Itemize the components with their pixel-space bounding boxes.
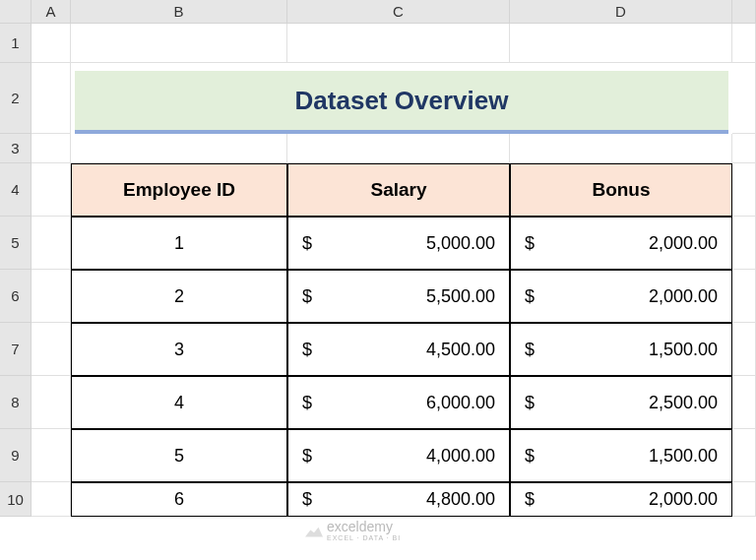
- salary-value: 5,500.00: [426, 286, 495, 307]
- salary-value: 6,000.00: [426, 393, 495, 413]
- cell-employee-id-2[interactable]: 2: [71, 270, 287, 323]
- cell-a1[interactable]: [32, 24, 71, 63]
- row-header-7[interactable]: 7: [0, 323, 32, 376]
- salary-value: 5,000.00: [426, 233, 495, 254]
- currency-symbol: $: [302, 233, 312, 254]
- cell-employee-id-6[interactable]: 6: [71, 482, 287, 517]
- col-header-a[interactable]: A: [32, 0, 71, 24]
- cell-e8[interactable]: [732, 376, 756, 429]
- watermark-subtext: EXCEL · DATA · BI: [327, 534, 401, 541]
- cell-salary-5[interactable]: $4,000.00: [287, 429, 510, 482]
- cell-a4[interactable]: [32, 163, 71, 217]
- watermark-text: exceldemy: [327, 519, 401, 534]
- cell-a5[interactable]: [32, 217, 71, 270]
- cell-e5[interactable]: [732, 217, 756, 270]
- cell-salary-4[interactable]: $6,000.00: [287, 376, 510, 429]
- cell-salary-6[interactable]: $4,800.00: [287, 482, 510, 517]
- title-cell[interactable]: Dataset Overview: [75, 71, 728, 134]
- bonus-value: 1,500.00: [649, 446, 718, 467]
- cell-b3[interactable]: [71, 134, 287, 163]
- row-header-4[interactable]: 4: [0, 163, 32, 217]
- currency-symbol: $: [525, 286, 535, 307]
- row-header-2[interactable]: 2: [0, 63, 32, 134]
- row-header-5[interactable]: 5: [0, 217, 32, 270]
- currency-symbol: $: [525, 489, 535, 510]
- cell-a6[interactable]: [32, 270, 71, 323]
- currency-symbol: $: [525, 393, 535, 413]
- currency-symbol: $: [525, 446, 535, 467]
- cell-bonus-1[interactable]: $2,000.00: [510, 217, 732, 270]
- watermark: exceldemy EXCEL · DATA · BI: [305, 519, 401, 541]
- cell-salary-2[interactable]: $5,500.00: [287, 270, 510, 323]
- cell-a10[interactable]: [32, 482, 71, 517]
- cell-e6[interactable]: [732, 270, 756, 323]
- cell-e1[interactable]: [732, 24, 756, 63]
- cell-employee-id-5[interactable]: 5: [71, 429, 287, 482]
- table-header-employee-id[interactable]: Employee ID: [71, 163, 287, 217]
- row-header-6[interactable]: 6: [0, 270, 32, 323]
- row-header-1[interactable]: 1: [0, 24, 32, 63]
- watermark-logo-icon: [305, 524, 323, 537]
- currency-symbol: $: [302, 489, 312, 510]
- currency-symbol: $: [302, 393, 312, 413]
- col-header-e[interactable]: [732, 0, 756, 24]
- cell-a3[interactable]: [32, 134, 71, 163]
- spreadsheet-grid: A B C D 1 2 Dataset Overview 3 4 Employe…: [0, 0, 756, 517]
- cell-salary-3[interactable]: $4,500.00: [287, 323, 510, 376]
- currency-symbol: $: [525, 233, 535, 254]
- cell-e3[interactable]: [732, 134, 756, 163]
- cell-e9[interactable]: [732, 429, 756, 482]
- cell-e7[interactable]: [732, 323, 756, 376]
- cell-bonus-6[interactable]: $2,000.00: [510, 482, 732, 517]
- currency-symbol: $: [302, 286, 312, 307]
- row-header-9[interactable]: 9: [0, 429, 32, 482]
- cell-salary-1[interactable]: $5,000.00: [287, 217, 510, 270]
- bonus-value: 2,500.00: [649, 393, 718, 413]
- cell-b1[interactable]: [71, 24, 287, 63]
- cell-e10[interactable]: [732, 482, 756, 517]
- salary-value: 4,000.00: [426, 446, 495, 467]
- row-header-10[interactable]: 10: [0, 482, 32, 517]
- cell-a9[interactable]: [32, 429, 71, 482]
- cell-bonus-4[interactable]: $2,500.00: [510, 376, 732, 429]
- cell-c3[interactable]: [287, 134, 510, 163]
- salary-value: 4,500.00: [426, 340, 495, 360]
- row-header-8[interactable]: 8: [0, 376, 32, 429]
- bonus-value: 2,000.00: [649, 489, 718, 510]
- currency-symbol: $: [525, 340, 535, 360]
- col-header-b[interactable]: B: [71, 0, 287, 24]
- cell-c1[interactable]: [287, 24, 510, 63]
- salary-value: 4,800.00: [426, 489, 495, 510]
- cell-employee-id-1[interactable]: 1: [71, 217, 287, 270]
- cell-a2[interactable]: [32, 63, 71, 134]
- cell-employee-id-3[interactable]: 3: [71, 323, 287, 376]
- cell-a8[interactable]: [32, 376, 71, 429]
- row-header-3[interactable]: 3: [0, 134, 32, 163]
- col-header-c[interactable]: C: [287, 0, 510, 24]
- cell-bonus-5[interactable]: $1,500.00: [510, 429, 732, 482]
- bonus-value: 1,500.00: [649, 340, 718, 360]
- cell-employee-id-4[interactable]: 4: [71, 376, 287, 429]
- currency-symbol: $: [302, 340, 312, 360]
- col-header-d[interactable]: D: [510, 0, 732, 24]
- cell-bonus-3[interactable]: $1,500.00: [510, 323, 732, 376]
- table-header-salary[interactable]: Salary: [287, 163, 510, 217]
- select-all-corner[interactable]: [0, 0, 32, 24]
- currency-symbol: $: [302, 446, 312, 467]
- table-header-bonus[interactable]: Bonus: [510, 163, 732, 217]
- cell-e2[interactable]: [732, 63, 756, 134]
- cell-d1[interactable]: [510, 24, 732, 63]
- cell-a7[interactable]: [32, 323, 71, 376]
- cell-e4[interactable]: [732, 163, 756, 217]
- bonus-value: 2,000.00: [649, 233, 718, 254]
- bonus-value: 2,000.00: [649, 286, 718, 307]
- cell-bonus-2[interactable]: $2,000.00: [510, 270, 732, 323]
- cell-d3[interactable]: [510, 134, 732, 163]
